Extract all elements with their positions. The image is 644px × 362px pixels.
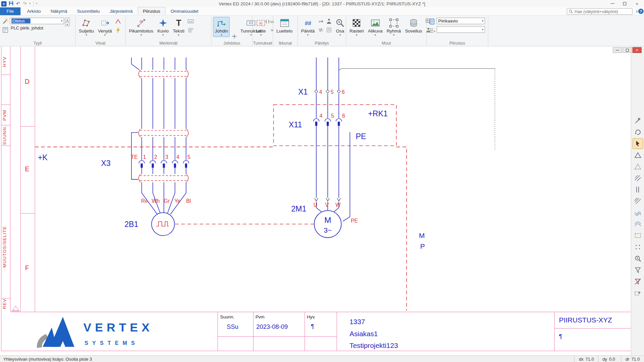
tab-piirustus[interactable]: Piirustus (138, 7, 165, 15)
alikuva-button[interactable]: Alikuva▾ (366, 17, 384, 37)
tab-file[interactable]: File (0, 7, 20, 15)
parallel-lines-icon[interactable] (632, 184, 643, 195)
suljettu-button[interactable]: Suljettu▾ (77, 17, 96, 37)
group-label-tunnukset: Tunnukset (253, 41, 273, 45)
pikamitoitus-button[interactable]: 45 Pikamitoitus▾ (127, 17, 155, 37)
luettelo-button[interactable]: Luettelo (275, 17, 294, 34)
text-lines-icon[interactable] (187, 26, 194, 34)
dashed-rect-icon[interactable] (632, 230, 643, 241)
laite-button[interactable]: x) Laite▾ (254, 17, 267, 37)
tab-arkisto[interactable]: Arkisto (22, 7, 46, 15)
sovellus-button[interactable]: Sovellus (404, 17, 424, 34)
p-label: P (420, 242, 425, 250)
group-label-muut: Muut (346, 41, 426, 45)
ryhma-button[interactable]: Ryhmä▾ (385, 17, 402, 37)
diagonal-lines-icon[interactable] (632, 196, 643, 206)
ribbon-collapse-icon[interactable]: ∧ (635, 9, 638, 13)
user-run-icon[interactable] (325, 18, 333, 25)
ribbon-group-muut: Rasteri▾ Alikuva▾ Ryhmä▾ Sovellus (346, 16, 427, 46)
text-code-icon[interactable]: XX (187, 18, 194, 25)
lightning-icon[interactable] (114, 26, 122, 34)
rasteri-button[interactable]: Rasteri▾ (348, 17, 365, 37)
wire-icon (217, 18, 226, 28)
app-icon[interactable]: V (1, 1, 7, 6)
style-spinner-down-icon[interactable]: ▾ (65, 22, 70, 26)
margin-hyv-label: HYV (2, 56, 7, 67)
wave-lines-icon[interactable] (632, 207, 643, 218)
tab-suunnittelu[interactable]: Suunnittelu (72, 7, 105, 15)
svg-text:T: T (176, 18, 181, 27)
zoom-plus-icon[interactable] (632, 253, 643, 264)
settings-small-icon[interactable] (325, 26, 333, 34)
swap-icon[interactable] (317, 26, 324, 34)
style-spinner-up-icon[interactable]: ▴ (65, 18, 70, 22)
tab-ominaisuudet[interactable]: Ominaisuudet (166, 7, 204, 15)
drawing-canvas[interactable]: HYV PVM SUUNN. MUUTOS/SELITE REV D E F (0, 46, 631, 355)
pvm-value: 2023-08-09 (256, 323, 288, 330)
dot-grid-icon[interactable] (632, 242, 643, 252)
suunn-label: Suunn. (220, 314, 234, 319)
pin-icon[interactable] (632, 115, 643, 126)
search-input[interactable] (575, 9, 631, 14)
minimize-button[interactable] (606, 0, 619, 7)
select-region-icon[interactable] (632, 288, 643, 298)
margin-pvm-label: PVM (2, 110, 7, 121)
hatch-lines-icon[interactable] (632, 173, 643, 184)
pe-motor-label: PE (351, 218, 358, 224)
text-icon: T (174, 18, 183, 28)
mdi-restore-button[interactable] (623, 47, 632, 53)
pe-top-label: PE (356, 132, 366, 141)
save-icon[interactable] (9, 1, 14, 6)
style-secondary-label[interactable]: PLC piirik. johdot (10, 24, 64, 32)
help-icon[interactable]: ? (638, 9, 644, 14)
select-cursor-icon[interactable] (632, 138, 643, 149)
ribbon-group-piirustus: Piirikaavio ▾ ▾ Piirustus (427, 16, 488, 46)
renumber-icon[interactable]: x (317, 18, 324, 25)
redo-icon[interactable]: ↷ (22, 1, 26, 6)
drawing-page-icon[interactable] (428, 18, 436, 25)
style-board-icon[interactable] (2, 26, 9, 34)
style-wand-icon[interactable] (2, 18, 9, 25)
osa-button[interactable]: Osa▾ (333, 17, 346, 37)
tab-jarjestelma[interactable]: Järjestelmä (105, 7, 138, 15)
venyta-button[interactable]: Venytä▾ (96, 17, 113, 37)
drawing-list-icon[interactable] (428, 26, 436, 34)
drawing-type-combo[interactable]: Piirikaavio ▾ (437, 18, 485, 24)
filter-off-icon[interactable] (632, 276, 643, 287)
kuvio-button[interactable]: Kuvio▾ (156, 17, 170, 37)
style-combo-dropdown-icon: ▾ (61, 19, 62, 23)
style-combo[interactable]: Oletus ▾ (10, 18, 64, 24)
drawing-name: PIIRUSTUS-XYZ (559, 316, 612, 324)
rotate-icon[interactable] (632, 127, 643, 137)
motor-terminal-arrows (315, 198, 340, 201)
x1-pin5-label: 5 (331, 89, 334, 95)
tab-nakyma[interactable]: Näkymä (46, 7, 72, 15)
row-e-label: E (25, 165, 29, 173)
redo-dropdown-icon[interactable]: ▾ (29, 1, 31, 6)
m1-label: 2M1 (291, 204, 306, 213)
paivita-button[interactable]: ## Päivitä▾ (300, 17, 316, 37)
window-title: Vertex ED 2024 / 30.0.00 (dev) (r192400-… (0, 1, 644, 6)
close-button[interactable]: × (631, 0, 643, 7)
line-angle-icon[interactable] (114, 18, 122, 25)
teksti-button[interactable]: T Teksti▾ (171, 17, 186, 37)
qa-customize-icon[interactable]: ▾ (36, 1, 37, 6)
svg-text:x: x (319, 19, 320, 23)
location-boundary-lines (35, 105, 407, 311)
triangle-icon[interactable] (632, 150, 643, 161)
x11-terminals (313, 119, 341, 126)
johdin-button[interactable]: Johdin▾ (213, 17, 230, 37)
drawing-select-combo[interactable]: ▾ (437, 26, 485, 33)
mdi-minimize-button[interactable] (613, 47, 622, 53)
status-message: Yhteysviivan (murtoviiva) lisäys: Osoita… (0, 356, 574, 361)
search-box[interactable] (567, 8, 633, 15)
filter-icon[interactable] (632, 265, 643, 276)
undo-icon[interactable]: ↶ (16, 1, 20, 6)
mdi-close-button[interactable]: × (633, 47, 642, 53)
maximize-button[interactable] (619, 0, 631, 7)
wire-node-icon[interactable] (230, 33, 238, 40)
project-name: Testiprojekti123 (350, 342, 398, 349)
curve-lines-icon[interactable] (632, 219, 643, 230)
triangle-dashed-icon[interactable] (632, 161, 643, 172)
motor-2m1: M 3~ (314, 210, 341, 238)
